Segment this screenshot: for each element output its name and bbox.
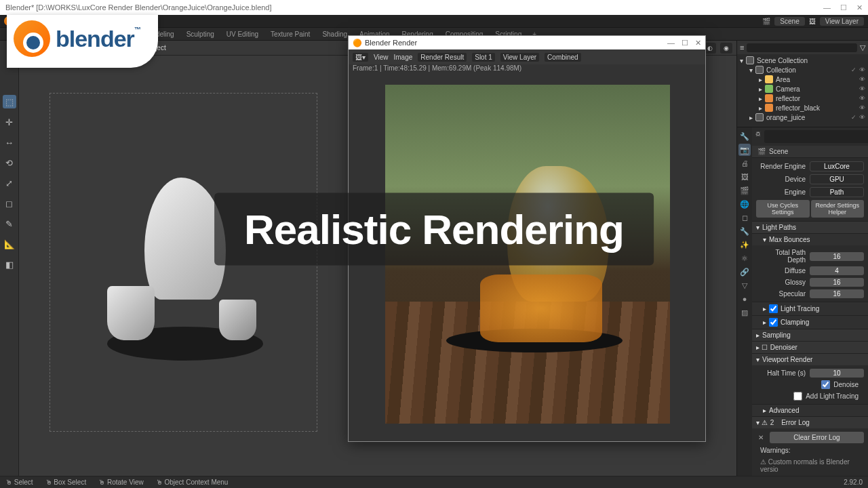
render-minimize-button[interactable]: — — [667, 39, 675, 47]
properties-search-input[interactable] — [764, 130, 868, 143]
prop-tab-data[interactable]: ▽ — [738, 279, 751, 291]
total-path-label: Total Path Depth — [756, 249, 806, 264]
close-button[interactable]: ✕ — [856, 3, 863, 12]
panel-error-log[interactable]: ▾ ⚠ 2 Error Log — [752, 417, 868, 428]
denoise-checkbox[interactable] — [821, 380, 830, 389]
prop-tab-object[interactable]: ◻ — [738, 211, 751, 224]
render-engine-select[interactable]: LuxCore — [810, 161, 864, 171]
engine-select[interactable]: Path — [810, 187, 864, 197]
render-helper-button[interactable]: Render Settings Helper — [811, 200, 865, 218]
scene-selector[interactable]: Scene — [774, 17, 804, 26]
tab-uv-editing[interactable]: UV Editing — [221, 29, 264, 39]
panel-sampling[interactable]: ▸ Sampling — [752, 329, 868, 341]
prop-tab-physics[interactable]: ⚛ — [738, 252, 751, 264]
render-editor-icon[interactable]: 🖼▾ — [353, 53, 368, 62]
tool-measure[interactable]: 📐 — [3, 237, 16, 251]
tool-scale[interactable]: ⤢ — [3, 176, 16, 190]
prop-tab-modifier[interactable]: 🔧 — [738, 225, 751, 237]
clear-error-button[interactable]: Clear Error Log — [770, 432, 864, 443]
prop-tab-material[interactable]: ● — [738, 293, 751, 305]
prop-tab-particle[interactable]: ✨ — [738, 239, 751, 251]
prop-tab-constraint[interactable]: 🔗 — [738, 266, 751, 278]
tool-select-box[interactable]: ⬚ — [3, 95, 16, 108]
tool-rotate[interactable]: ⟲ — [3, 156, 16, 169]
viewlayer-selector[interactable]: View Layer — [820, 17, 864, 26]
warnings-label: Warnings: — [756, 445, 864, 456]
clamping-checkbox[interactable] — [769, 318, 778, 327]
panel-viewport-render[interactable]: ▾ Viewport Render — [752, 354, 868, 365]
title-overlay: Realistic Rendering — [214, 193, 654, 266]
pitcher-mesh — [144, 178, 226, 300]
panel-advanced[interactable]: ▸ Advanced — [752, 405, 868, 416]
render-close-button[interactable]: ✕ — [695, 39, 701, 47]
prop-tab-world[interactable]: 🌐 — [738, 198, 751, 210]
outliner-collection[interactable]: ▾Collection✓👁 — [740, 65, 865, 75]
prop-tab-scene[interactable]: 🎬 — [738, 184, 751, 197]
layer-icon: 🖼 — [809, 18, 816, 25]
properties-breadcrumb: 🎬 Scene — [752, 146, 868, 157]
render-menu-image[interactable]: Image — [394, 54, 413, 61]
outliner-root[interactable]: ▾Scene Collection — [740, 56, 865, 65]
render-glasses — [480, 274, 602, 342]
outliner-reflector[interactable]: ▸reflector👁 — [740, 94, 865, 103]
shading-rendered-button[interactable]: ◉ — [720, 43, 732, 54]
diffuse-input[interactable]: 4 — [810, 266, 864, 275]
light-tracing-checkbox[interactable] — [769, 304, 778, 313]
prop-tab-tool[interactable]: 🔧 — [738, 130, 751, 142]
render-layer-select[interactable]: View Layer — [500, 53, 539, 62]
tool-move[interactable]: ↔ — [3, 136, 16, 149]
outliner-camera[interactable]: ▸Camera👁 — [740, 84, 865, 94]
blender-logo-overlay: blender™ — [7, 15, 158, 68]
outliner-reflector-black[interactable]: ▸reflector_black👁 — [740, 103, 865, 113]
cup2-mesh — [219, 300, 256, 340]
halt-time-label: Halt Time (s) — [756, 369, 806, 377]
tool-add[interactable]: ◧ — [3, 258, 16, 271]
panel-clamping[interactable]: ▸ Clamping — [752, 316, 868, 329]
use-cycles-button[interactable]: Use Cycles Settings — [756, 200, 810, 218]
outliner-type-icon[interactable]: ≡ — [740, 43, 744, 52]
status-box: 🖱 Box Select — [45, 479, 87, 486]
blender-logo-icon — [14, 20, 50, 57]
specular-input[interactable]: 16 — [810, 289, 864, 298]
render-result-select[interactable]: Render Result — [418, 53, 467, 62]
minimize-button[interactable]: — — [823, 3, 831, 12]
tab-texture-paint[interactable]: Texture Paint — [265, 29, 315, 39]
render-slot-select[interactable]: Slot 1 — [472, 53, 495, 62]
close-icon[interactable]: ✕ — [756, 434, 766, 441]
render-header: 🖼▾ View Image Render Result Slot 1 View … — [349, 49, 705, 64]
outliner-area[interactable]: ▸Area👁 — [740, 75, 865, 84]
panel-light-tracing[interactable]: ▸ Light Tracing — [752, 302, 868, 315]
prop-tab-viewlayer[interactable]: 🖼 — [738, 171, 751, 183]
total-path-input[interactable]: 16 — [810, 252, 864, 261]
tool-annotate[interactable]: ✎ — [3, 217, 16, 230]
outliner-search-input[interactable] — [747, 43, 857, 52]
filter-icon[interactable]: ▽ — [860, 43, 865, 52]
render-pass-select[interactable]: Combined — [545, 53, 581, 62]
halt-time-input[interactable]: 10 — [810, 369, 864, 378]
panel-denoiser[interactable]: ▸ ☐ Denoiser — [752, 342, 868, 353]
device-select[interactable]: GPU — [810, 174, 864, 184]
maximize-button[interactable]: ☐ — [840, 3, 847, 12]
scene-icon: 🎬 — [762, 18, 770, 25]
tool-cursor[interactable]: ✛ — [3, 115, 16, 129]
status-context: 🖱 Object Context Menu — [156, 479, 229, 486]
prop-tab-output[interactable]: 🖨 — [738, 157, 751, 169]
panel-max-bounces[interactable]: ▾ Max Bounces — [752, 234, 868, 245]
tool-transform[interactable]: ◻ — [3, 197, 16, 210]
status-rotate: 🖱 Rotate View — [98, 479, 144, 486]
blender-logo-text: blender™ — [56, 26, 140, 52]
engine-label: Engine — [756, 188, 806, 196]
tab-sculpting[interactable]: Sculpting — [181, 29, 220, 39]
prop-tab-render[interactable]: 📷 — [738, 144, 751, 156]
outliner-orange-juice[interactable]: ▸orange_juice✓👁 — [740, 113, 865, 122]
add-light-tracing-label: Add Light Tracing — [806, 392, 859, 400]
properties-tab-strip: 🔧 📷 🖨 🖼 🎬 🌐 ◻ 🔧 ✨ ⚛ 🔗 ▽ ● ▨ — [737, 127, 752, 477]
glossy-input[interactable]: 16 — [810, 278, 864, 287]
add-light-tracing-checkbox[interactable] — [793, 392, 802, 401]
panel-light-paths[interactable]: ▾ Light Paths — [752, 222, 868, 233]
render-maximize-button[interactable]: ☐ — [682, 39, 688, 47]
prop-tab-texture[interactable]: ▨ — [738, 306, 751, 319]
os-titlebar: Blender* [D:\WORKS\LuxCore Render Blende… — [0, 0, 868, 15]
props-type-icon[interactable]: ⛭ — [755, 130, 762, 143]
render-menu-view[interactable]: View — [374, 54, 389, 61]
